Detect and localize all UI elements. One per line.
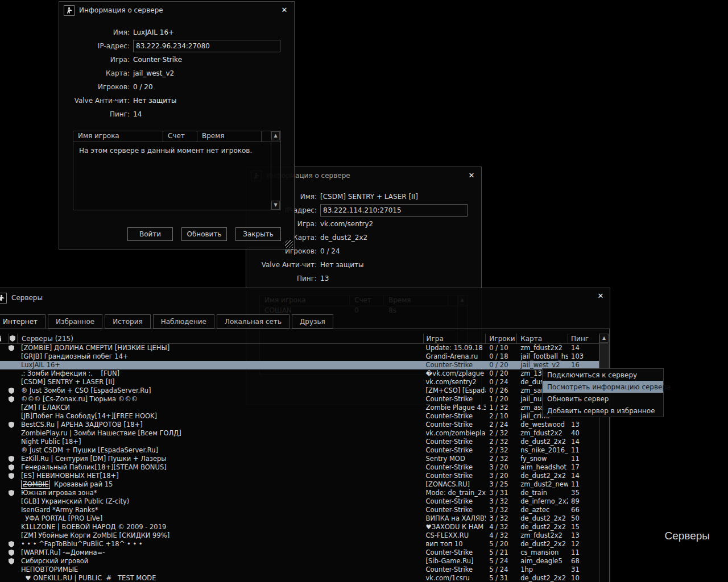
server-name-value: LuxJAIL 16+ xyxy=(133,28,174,36)
cell-ping: 68 xyxy=(568,557,599,566)
cell-game: Counter-Strike xyxy=(424,361,486,369)
cell-lock xyxy=(0,506,9,514)
server-row[interactable]: • • • ^FapToBbIu^PuBliC +18^ • • •вип то… xyxy=(0,540,599,548)
cell-shield xyxy=(9,344,18,352)
players-col-time[interactable]: Время xyxy=(197,131,262,142)
server-row[interactable]: [ES] НЕВИНОВНЫХ НЕТ[18+]Counter-Strike3 … xyxy=(0,472,599,480)
servers-column-header[interactable]: Серверы (215) xyxy=(18,334,424,343)
cell-lock xyxy=(0,463,9,472)
tab-history[interactable]: История xyxy=(105,314,151,329)
server-row[interactable]: УФА PORTAL [PRO LiVe]ВИПКА на ХАЛЯВУ3 / … xyxy=(0,514,599,523)
server-row[interactable]: Генеральный Паблик[18+][STEAM BONUS]Coun… xyxy=(0,463,599,472)
server-row[interactable]: [ZM] Убойные Корги ZoMbIE [СКИДКИ 99%]CS… xyxy=(0,531,599,540)
scroll-up-icon[interactable]: ▲ xyxy=(599,334,609,343)
menu-item-connect[interactable]: Подключиться к серверу xyxy=(543,369,663,381)
menu-item-add-favorite[interactable]: Добавить сервер в избранное xyxy=(543,405,663,417)
dialog1-players-scrollbar[interactable]: ▲ ▼ xyxy=(271,131,280,210)
map-column-header[interactable]: Карта xyxy=(517,334,568,343)
cell-ping: 35 xyxy=(568,489,599,497)
cell-ping: 11 xyxy=(568,480,599,489)
cell-lock xyxy=(0,438,9,446)
cs-logo-icon xyxy=(64,5,75,16)
players-col-name[interactable]: Имя игрока xyxy=(73,131,163,142)
cell-shield xyxy=(9,489,18,497)
shield-icon xyxy=(9,388,14,394)
server-row[interactable]: Night Public [18+]Counter-Strike2 / 32de… xyxy=(0,438,599,446)
tab-favorites[interactable]: Избранное xyxy=(48,314,102,329)
scroll-down-icon[interactable]: ▼ xyxy=(271,201,280,210)
game-menu-servers-label[interactable]: Серверы xyxy=(664,530,710,542)
server-row[interactable]: [WARMT.Ru] -=Домина=-Counter-Strike5 / 2… xyxy=(0,548,599,557)
server-row[interactable]: ©©© [Cs-Zonax.ru] Тюрьма ©©©Counter-Stri… xyxy=(0,395,599,404)
tab-lan[interactable]: Локальная сеть xyxy=(217,314,289,329)
server-row[interactable]: BestCS.Ru | АРЕНА ЗАДРОТОВ [18+]Counter-… xyxy=(0,421,599,429)
shield-column-header[interactable] xyxy=(9,334,18,343)
dialog1-close-icon[interactable]: ✕ xyxy=(280,6,289,15)
menu-item-view-info[interactable]: Посмотреть информацию сервера xyxy=(543,381,663,393)
cell-lock xyxy=(0,548,9,557)
close-button[interactable]: Закрыть xyxy=(235,227,281,241)
server-row[interactable]: ♥ ONEKILL.RU | PUBLIC # TEST MODEvk.com/… xyxy=(0,574,599,582)
server-row[interactable]: Сибирский игровой[Sib-Game.Ru]5 / 24aim_… xyxy=(0,557,599,566)
cell-game: ♥ЗАХОDU К НАМ ♥ xyxy=(424,523,486,531)
cell-players: 0 / 10 xyxy=(486,344,517,352)
cell-players: 1 / 32 xyxy=(486,404,517,412)
ping-value: 14 xyxy=(133,110,142,118)
server-name-value: [CSDM] SENTRY + LASER [II] xyxy=(320,193,418,201)
servers-close-icon[interactable]: ✕ xyxy=(596,292,605,301)
cell-players: 5 / 24 xyxy=(486,566,517,574)
connect-button[interactable]: Войти xyxy=(127,227,173,241)
tab-friends[interactable]: Друзья xyxy=(292,314,333,329)
cell-name: • • • ^FapToBbIu^PuBliC +18^ • • • xyxy=(18,540,424,548)
field-label: Карта: xyxy=(59,69,133,77)
ip-address-input[interactable] xyxy=(320,204,468,217)
tab-internet[interactable]: Интернет xyxy=(0,314,46,329)
cell-name: [WARMT.Ru] -=Домина=- xyxy=(18,548,424,557)
server-row[interactable]: ® Just CSDM + Пушки [EspadaServer.Ru]Cou… xyxy=(0,446,599,455)
refresh-button[interactable]: Обновить xyxy=(181,227,227,241)
server-row[interactable]: [JB]Побег На Свободу[14+][FREE HOOK]Coun… xyxy=(0,412,599,421)
players-column-header[interactable]: Игроки xyxy=(486,334,517,343)
dialog1-titlebar[interactable]: Информация о сервере ✕ xyxy=(59,2,294,19)
players-col-score[interactable]: Счет xyxy=(163,131,197,142)
server-row[interactable]: НЕПОВТОРИМЫЕCounter-Strike5 / 241hp31 xyxy=(0,566,599,574)
server-row[interactable]: [ZM] ГЕЛАКСИZombie Plague 4.3 Fi...1 / 3… xyxy=(0,404,599,412)
server-row[interactable]: ZombiePlay.ru | Зомби Нашествие [Всем ГО… xyxy=(0,429,599,438)
server-row[interactable]: ® Just Зомби + CSO [EspadaServer.Ru][ZM+… xyxy=(0,386,599,395)
game-column-header[interactable]: Игра xyxy=(424,334,486,343)
server-row[interactable]: [GRJB] Грандиозный побег 14+Grandi-Arena… xyxy=(0,352,599,361)
menu-item-refresh-server[interactable]: Обновить сервер xyxy=(543,393,663,405)
lock-icon xyxy=(0,335,2,342)
cell-name: Генеральный Паблик[18+][STEAM BONUS] xyxy=(18,463,424,472)
cell-ping: 31 xyxy=(568,566,599,574)
lock-column-header[interactable] xyxy=(0,334,9,343)
resize-grip[interactable] xyxy=(285,240,293,248)
cell-game: Mode: de_train_2x2 xyxy=(424,489,486,497)
dialog2-close-icon[interactable]: ✕ xyxy=(467,171,476,180)
server-row[interactable]: LuxJAIL 16+Counter-Strike0 / 20jail_west… xyxy=(0,361,599,369)
scroll-up-icon[interactable]: ▲ xyxy=(271,131,280,140)
cell-lock xyxy=(0,395,9,404)
server-row[interactable]: ZOMBIE Кровавый рай 15[ZONACS.RU]3 / 25z… xyxy=(0,480,599,489)
cell-game: Counter-Strike xyxy=(424,421,486,429)
servers-titlebar[interactable]: Серверы ✕ xyxy=(0,288,610,307)
cell-ping: 15 xyxy=(568,523,599,531)
ip-address-input[interactable] xyxy=(133,40,280,52)
server-row[interactable]: .: Зомби Инфекция :. [FUN]�vk.com/zplagu… xyxy=(0,369,599,378)
cell-ping: 66 xyxy=(568,506,599,514)
server-row[interactable]: EzKill.Ru | Сентурия [DM] Пушки + Лазеры… xyxy=(0,455,599,463)
tab-spectate[interactable]: Наблюдение xyxy=(153,314,214,329)
server-row[interactable]: Южная игровая зона*Mode: de_train_2x23 /… xyxy=(0,489,599,497)
cell-lock xyxy=(0,378,9,386)
cell-players: 3 / 32 xyxy=(486,497,517,506)
server-row[interactable]: [GLB] Украинский Public (Z-city)Counter-… xyxy=(0,497,599,506)
server-row[interactable]: [ZOMBIE] ДОЛИНА СМЕРТИ [НИЗКИЕ ЦЕНЫ]Upda… xyxy=(0,344,599,352)
server-row[interactable]: K1LLZONE | БОЕВОЙ НАРОД © 2009 - 2019♥ЗА… xyxy=(0,523,599,531)
server-row[interactable]: IsenGard *Army Ranks*Counter-Strike3 / 3… xyxy=(0,506,599,514)
cell-ping: 11 xyxy=(568,548,599,557)
cell-lock xyxy=(0,523,9,531)
cell-name: Night Public [18+] xyxy=(18,438,424,446)
ping-column-header[interactable]: Пинг xyxy=(568,334,599,343)
cell-lock xyxy=(0,429,9,438)
server-row[interactable]: [CSDM] SENTRY + LASER [II]vk.com/sentry2… xyxy=(0,378,599,386)
